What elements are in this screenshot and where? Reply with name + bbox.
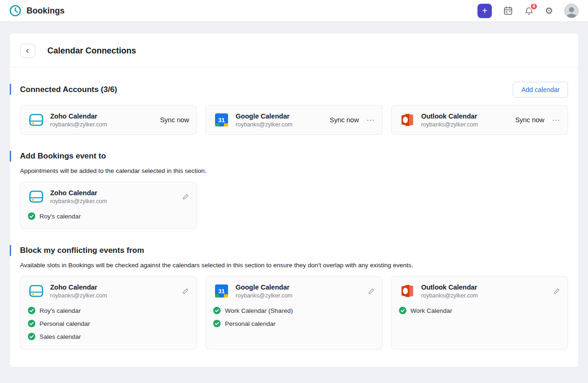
edit-button[interactable] — [182, 193, 189, 200]
sync-now-button[interactable]: Sync now — [330, 116, 359, 124]
block-card-zoho: Zoho Calendar roybanks@zylker.com — [20, 276, 197, 350]
bookings-logo-icon — [9, 5, 21, 17]
check-icon — [213, 320, 221, 327]
check-icon — [399, 307, 406, 314]
pencil-icon — [553, 288, 560, 295]
google-calendar-icon: 31 — [213, 283, 230, 299]
zoho-calendar-icon — [28, 188, 45, 205]
card-actions: Sync now — [160, 116, 189, 124]
check-icon — [28, 212, 35, 220]
account-email: roybanks@zylker.com — [235, 292, 292, 299]
connected-card-google: 31 Google Calendar roybanks@zylker.com S… — [205, 105, 382, 135]
section-title: Block my conflicting events from — [20, 246, 144, 255]
calendar-name: Roy's calendar — [39, 307, 81, 314]
connected-card-outlook: Outlook Calendar roybanks@zylker.com Syn… — [391, 105, 568, 135]
connected-card-zoho: Zoho Calendar roybanks@zylker.com Sync n… — [20, 105, 197, 135]
card-actions — [182, 288, 189, 295]
card-head: Outlook Calendar roybanks@zylker.com — [399, 283, 560, 299]
check-icon — [28, 307, 35, 314]
card-actions — [182, 193, 189, 200]
sync-now-button[interactable]: Sync now — [515, 116, 544, 124]
calendar-name: Work Calendar (Shared) — [225, 307, 293, 314]
section-connected-accounts: Connected Accounts (3/6) Add calendar — [20, 82, 568, 135]
back-button[interactable] — [20, 44, 35, 58]
section-title: Add Bookings event to — [20, 152, 106, 161]
account-email: roybanks@zylker.com — [50, 121, 107, 128]
panel-header: Calendar Connections — [10, 33, 578, 68]
section-description: Available slots in Bookings will be chec… — [20, 262, 568, 269]
add-to-cards-row: Zoho Calendar roybanks@zylker.com — [20, 182, 568, 229]
account-email: roybanks@zylker.com — [235, 121, 292, 128]
outlook-calendar-icon — [399, 283, 416, 299]
edit-button[interactable] — [182, 288, 189, 295]
section-accent-bar — [10, 84, 11, 95]
section-title: Connected Accounts (3/6) — [20, 85, 117, 94]
card-head: Zoho Calendar roybanks@zylker.com Sync n… — [28, 112, 189, 128]
block-card-google: 31 Google Calendar roybanks@zylker.com — [205, 276, 382, 350]
add-calendar-button[interactable]: Add calendar — [513, 82, 568, 98]
svg-text:31: 31 — [218, 288, 225, 295]
account-title: Zoho Calendar — [50, 189, 107, 197]
section-head: Add Bookings event to — [20, 149, 568, 164]
account-info: Outlook Calendar roybanks@zylker.com — [421, 112, 478, 128]
settings-button[interactable]: ⚙ — [545, 5, 553, 16]
pencil-icon — [368, 288, 375, 295]
check-icon — [28, 333, 35, 340]
account-title: Zoho Calendar — [50, 284, 107, 291]
person-icon — [565, 5, 578, 18]
calendar-list-item: Work Calendar (Shared) — [213, 304, 374, 317]
zoho-calendar-icon — [28, 112, 45, 128]
card-actions — [553, 288, 560, 295]
selected-calendar-list: Work Calendar — [399, 304, 560, 317]
user-avatar[interactable] — [564, 4, 579, 18]
calendar-view-button[interactable] — [503, 6, 513, 16]
page-title: Calendar Connections — [47, 46, 136, 56]
app-brand: Bookings — [9, 5, 65, 17]
edit-button[interactable] — [368, 288, 375, 295]
more-menu-button[interactable]: ⋯ — [366, 116, 375, 124]
selected-calendar-list: Work Calendar (Shared) Personal calendar — [213, 304, 374, 330]
calendar-list-item: Roy's calendar — [28, 304, 189, 317]
more-menu-button[interactable]: ⋯ — [552, 116, 560, 124]
account-title: Zoho Calendar — [50, 112, 107, 120]
calendar-list-item: Roy's calendar — [28, 210, 189, 223]
calendar-list-item: Personal calendar — [213, 317, 374, 330]
plus-icon: + — [482, 6, 487, 15]
add-to-card-zoho: Zoho Calendar roybanks@zylker.com — [20, 182, 197, 229]
calendar-list-item: Work Calendar — [399, 304, 560, 317]
connected-cards-row: Zoho Calendar roybanks@zylker.com Sync n… — [20, 105, 568, 135]
section-head: Block my conflicting events from — [20, 243, 568, 258]
check-icon — [213, 307, 221, 314]
account-info: Zoho Calendar roybanks@zylker.com — [50, 189, 107, 205]
account-info: Zoho Calendar roybanks@zylker.com — [50, 112, 107, 128]
calendar-name: Personal calendar — [39, 320, 90, 327]
card-head: Zoho Calendar roybanks@zylker.com — [28, 283, 189, 299]
gear-icon: ⚙ — [545, 5, 553, 16]
card-head: 31 Google Calendar roybanks@zylker.com S… — [213, 112, 374, 128]
topbar-actions: + 4 ⚙ — [477, 4, 579, 18]
account-title: Google Calendar — [235, 112, 292, 120]
sync-now-button[interactable]: Sync now — [160, 116, 189, 124]
notifications-button[interactable]: 4 — [524, 6, 534, 16]
app-title: Bookings — [26, 6, 65, 16]
edit-button[interactable] — [553, 288, 560, 295]
notification-badge: 4 — [530, 3, 538, 10]
check-icon — [28, 320, 35, 327]
calendar-connections-panel: Calendar Connections Connected Accounts … — [10, 33, 578, 367]
account-email: roybanks@zylker.com — [50, 198, 107, 205]
selected-calendar-list: Roy's calendar Personal calendar — [28, 304, 189, 343]
section-accent-bar — [10, 151, 11, 162]
calendar-list-item: Personal calendar — [28, 317, 189, 330]
card-actions: Sync now ⋯ — [330, 116, 375, 124]
google-calendar-icon: 31 — [213, 112, 230, 128]
calendar-name: Work Calendar — [411, 307, 452, 314]
chevron-left-icon — [25, 48, 31, 54]
card-actions: Sync now ⋯ — [515, 116, 560, 124]
card-head: Outlook Calendar roybanks@zylker.com Syn… — [399, 112, 560, 128]
account-email: roybanks@zylker.com — [50, 292, 107, 299]
account-info: Zoho Calendar roybanks@zylker.com — [50, 284, 107, 299]
selected-calendar-list: Roy's calendar — [28, 210, 189, 223]
create-new-button[interactable]: + — [477, 4, 492, 18]
section-block-conflicting-events: Block my conflicting events from Availab… — [20, 243, 568, 350]
account-title: Google Calendar — [235, 284, 292, 291]
